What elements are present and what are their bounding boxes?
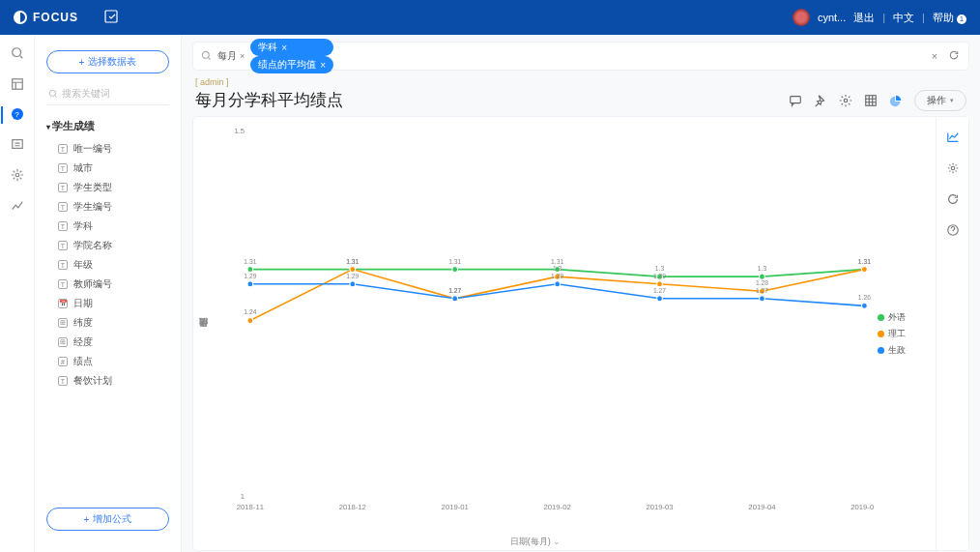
settings-icon[interactable] xyxy=(11,168,24,182)
legend-swatch xyxy=(878,331,884,337)
question-icon[interactable]: ? xyxy=(12,108,23,120)
svg-text:2019-05: 2019-05 xyxy=(850,503,874,511)
svg-text:1.29: 1.29 xyxy=(653,272,666,278)
refresh-icon[interactable] xyxy=(947,49,961,63)
app-header: FOCUS cynt... 退出 | 中文 | 帮助 1 xyxy=(0,0,980,35)
svg-text:2019-04: 2019-04 xyxy=(748,503,776,511)
query-chip[interactable]: 学科× xyxy=(250,39,333,56)
legend-item[interactable]: 理工 xyxy=(878,328,930,340)
chart-settings-icon[interactable] xyxy=(946,161,960,177)
field-label: 绩点 xyxy=(73,355,93,368)
legend-item[interactable]: 外语 xyxy=(878,311,930,324)
field-item[interactable]: ⊞纬度 xyxy=(35,313,181,333)
field-search[interactable]: 搜索关键词 xyxy=(46,83,169,105)
select-datasource-button[interactable]: 选择数据表 xyxy=(46,50,169,73)
svg-point-47 xyxy=(247,281,253,287)
field-label: 唯一编号 xyxy=(73,142,112,156)
clear-query-icon[interactable]: × xyxy=(928,50,941,62)
field-item[interactable]: T学院名称 xyxy=(35,236,181,255)
field-type-icon: ⊞ xyxy=(58,318,68,328)
field-item[interactable]: ⊞经度 xyxy=(35,333,181,352)
svg-rect-7 xyxy=(791,96,801,102)
field-type-icon: T xyxy=(58,202,68,212)
field-label: 学生编号 xyxy=(73,200,112,214)
field-item[interactable]: T唯一编号 xyxy=(35,139,181,159)
svg-text:1.24: 1.24 xyxy=(244,308,256,315)
field-item[interactable]: T城市 xyxy=(35,159,181,178)
field-item[interactable]: T年级 xyxy=(35,255,181,275)
query-chip[interactable]: 绩点的平均值× xyxy=(250,56,333,73)
svg-point-1 xyxy=(12,48,20,57)
username[interactable]: cynt... xyxy=(818,12,846,23)
data-icon[interactable] xyxy=(11,137,24,151)
avatar[interactable] xyxy=(793,9,810,26)
legend: 外语理工生政 xyxy=(878,117,936,550)
table-icon[interactable] xyxy=(864,94,878,107)
svg-text:1.31: 1.31 xyxy=(858,257,871,264)
field-type-icon: T xyxy=(58,183,68,192)
svg-text:1.31: 1.31 xyxy=(448,257,461,264)
field-item[interactable]: T餐饮计划 xyxy=(35,371,181,391)
svg-text:1.27: 1.27 xyxy=(756,287,768,294)
logout-link[interactable]: 退出 xyxy=(853,11,875,25)
svg-text:1: 1 xyxy=(241,492,245,501)
add-formula-button[interactable]: 增加公式 xyxy=(46,508,169,531)
legend-label: 生政 xyxy=(888,344,906,357)
comment-icon[interactable] xyxy=(789,94,802,107)
svg-text:1.31: 1.31 xyxy=(551,257,563,264)
legend-swatch xyxy=(878,314,884,321)
search-icon[interactable] xyxy=(11,46,24,60)
remove-chip-icon[interactable]: × xyxy=(320,60,326,71)
legend-swatch xyxy=(878,347,884,354)
field-item[interactable]: T学科 xyxy=(35,217,181,236)
field-item[interactable]: #绩点 xyxy=(35,352,181,371)
svg-point-5 xyxy=(49,90,55,96)
pin-icon[interactable] xyxy=(814,94,827,107)
field-label: 学科 xyxy=(73,219,93,233)
svg-text:1.26: 1.26 xyxy=(858,294,871,301)
main: 每月× 学科×绩点的平均值× × [ admin ] 每月分学科平均绩点 操作 … xyxy=(182,35,980,552)
line-chart-icon[interactable] xyxy=(946,131,960,146)
x-axis-title[interactable]: 日期(每月) xyxy=(510,536,562,548)
help-link[interactable]: 帮助 1 xyxy=(933,11,966,25)
svg-text:1.29: 1.29 xyxy=(244,272,256,278)
svg-text:1.29: 1.29 xyxy=(346,272,359,278)
dashboard-icon[interactable] xyxy=(11,77,24,91)
field-label: 纬度 xyxy=(73,316,93,330)
field-item[interactable]: T教师编号 xyxy=(35,275,181,294)
query-bar[interactable]: 每月× 学科×绩点的平均值× × xyxy=(193,43,968,70)
svg-point-8 xyxy=(844,99,848,102)
remove-token-icon[interactable]: × xyxy=(240,51,245,61)
field-label: 教师编号 xyxy=(73,277,112,291)
trend-icon[interactable] xyxy=(11,199,24,213)
reset-icon[interactable] xyxy=(946,192,960,208)
tree-header[interactable]: 学生成绩 xyxy=(35,115,181,137)
query-token-plain[interactable]: 每月× xyxy=(217,49,245,63)
field-item[interactable]: 📅日期 xyxy=(35,294,181,313)
svg-rect-2 xyxy=(12,79,22,90)
remove-chip-icon[interactable]: × xyxy=(281,43,287,53)
chart-type-icon[interactable] xyxy=(889,94,903,107)
svg-text:1.27: 1.27 xyxy=(653,287,666,294)
field-label: 学院名称 xyxy=(73,239,112,252)
lang-link[interactable]: 中文 xyxy=(893,11,914,25)
gear-icon[interactable] xyxy=(839,94,852,107)
nav-rail: ? xyxy=(0,35,35,552)
svg-point-6 xyxy=(202,51,209,58)
chart-side-tools xyxy=(936,117,968,550)
svg-rect-3 xyxy=(12,140,22,149)
help-icon[interactable] xyxy=(946,223,960,239)
operations-button[interactable]: 操作 xyxy=(914,90,966,111)
legend-item[interactable]: 生政 xyxy=(878,344,930,357)
field-type-icon: T xyxy=(58,241,68,250)
header-right: cynt... 退出 | 中文 | 帮助 1 xyxy=(793,9,966,26)
field-item[interactable]: T学生编号 xyxy=(35,197,181,217)
logo-icon xyxy=(14,11,27,24)
query-search-icon[interactable] xyxy=(201,50,212,63)
svg-point-49 xyxy=(350,281,356,287)
edit-icon[interactable] xyxy=(103,9,119,26)
svg-rect-0 xyxy=(105,11,117,22)
field-label: 餐饮计划 xyxy=(73,374,112,388)
field-item[interactable]: T学生类型 xyxy=(35,178,181,197)
field-type-icon: T xyxy=(58,163,68,173)
